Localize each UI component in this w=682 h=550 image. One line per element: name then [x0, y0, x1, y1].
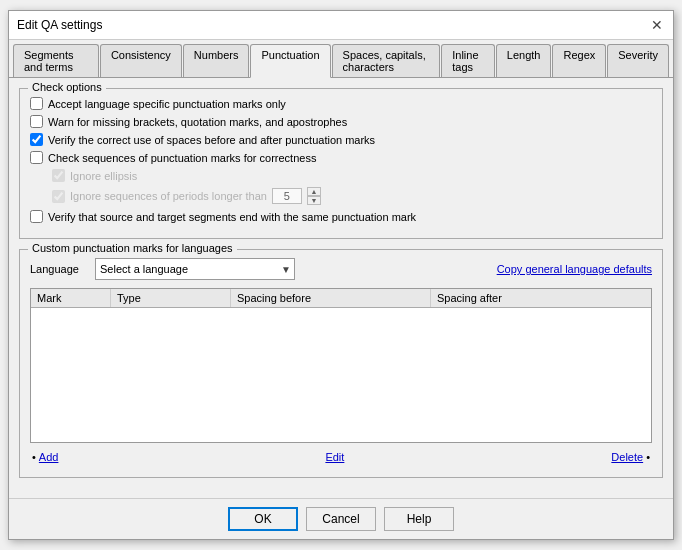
option-check-sequences-row: Check sequences of punctuation marks for… [30, 151, 652, 164]
title-bar: Edit QA settings ✕ [9, 11, 673, 40]
sub-option-ignore-ellipsis-checkbox[interactable] [52, 169, 65, 182]
check-options-label: Check options [28, 81, 106, 93]
delete-link[interactable]: Delete [611, 451, 643, 463]
option-verify-spaces-checkbox[interactable] [30, 133, 43, 146]
punctuation-table: Mark Type Spacing before Spacing after [30, 288, 652, 443]
option-warn-brackets-label: Warn for missing brackets, quotation mar… [48, 116, 347, 128]
language-select-wrapper: Select a language ▼ [95, 258, 295, 280]
tabs-container: Segments and terms Consistency Numbers P… [9, 40, 673, 78]
language-selection-row: Language Select a language ▼ Copy genera… [30, 258, 652, 280]
spin-row: Ignore sequences of periods longer than … [70, 187, 321, 205]
tab-length[interactable]: Length [496, 44, 552, 77]
sub-option-ignore-sequences-checkbox[interactable] [52, 190, 65, 203]
tab-punctuation[interactable]: Punctuation [250, 44, 330, 78]
add-dot: • [32, 451, 36, 463]
option-accept-language-row: Accept language specific punctuation mar… [30, 97, 652, 110]
close-button[interactable]: ✕ [649, 17, 665, 33]
col-spacing-after: Spacing after [431, 289, 581, 307]
sub-option-ignore-ellipsis-label: Ignore ellipsis [70, 170, 137, 182]
option-verify-same-mark-label: Verify that source and target segments e… [48, 211, 416, 223]
option-warn-brackets-checkbox[interactable] [30, 115, 43, 128]
tab-regex[interactable]: Regex [552, 44, 606, 77]
spin-buttons: ▲ ▼ [307, 187, 321, 205]
col-type: Type [111, 289, 231, 307]
tab-severity[interactable]: Severity [607, 44, 669, 77]
col-spacing-before: Spacing before [231, 289, 431, 307]
tab-consistency[interactable]: Consistency [100, 44, 182, 77]
spin-up-button[interactable]: ▲ [307, 187, 321, 196]
sub-option-ignore-sequences-label: Ignore sequences of periods longer than [70, 190, 267, 202]
dialog: Edit QA settings ✕ Segments and terms Co… [8, 10, 674, 540]
cancel-button[interactable]: Cancel [306, 507, 376, 531]
tab-inline-tags[interactable]: Inline tags [441, 44, 495, 77]
help-button[interactable]: Help [384, 507, 454, 531]
content-area: Check options Accept language specific p… [9, 78, 673, 498]
option-verify-same-mark-checkbox[interactable] [30, 210, 43, 223]
table-actions-bar: • Add Edit Delete • [30, 447, 652, 467]
spin-down-button[interactable]: ▼ [307, 196, 321, 205]
delete-dot: • [646, 451, 650, 463]
copy-defaults-link[interactable]: Copy general language defaults [497, 263, 652, 275]
option-check-sequences-label: Check sequences of punctuation marks for… [48, 152, 316, 164]
option-accept-language-label: Accept language specific punctuation mar… [48, 98, 286, 110]
delete-section: Delete • [611, 451, 650, 463]
tab-spaces-capitals[interactable]: Spaces, capitals, characters [332, 44, 441, 77]
edit-link[interactable]: Edit [325, 451, 344, 463]
option-verify-spaces-row: Verify the correct use of spaces before … [30, 133, 652, 146]
tab-segments-and-terms[interactable]: Segments and terms [13, 44, 99, 77]
option-verify-spaces-label: Verify the correct use of spaces before … [48, 134, 375, 146]
spin-input[interactable] [272, 188, 302, 204]
option-warn-brackets-row: Warn for missing brackets, quotation mar… [30, 115, 652, 128]
option-verify-same-mark-row: Verify that source and target segments e… [30, 210, 652, 223]
option-check-sequences-checkbox[interactable] [30, 151, 43, 164]
option-accept-language-checkbox[interactable] [30, 97, 43, 110]
table-body [31, 308, 651, 438]
dialog-buttons: OK Cancel Help [9, 498, 673, 539]
language-label: Language [30, 263, 85, 275]
tab-numbers[interactable]: Numbers [183, 44, 250, 77]
custom-punctuation-label: Custom punctuation marks for languages [28, 242, 237, 254]
col-mark: Mark [31, 289, 111, 307]
check-options-group: Check options Accept language specific p… [19, 88, 663, 239]
language-select[interactable]: Select a language [95, 258, 295, 280]
ok-button[interactable]: OK [228, 507, 298, 531]
sub-option-ignore-sequences-row: Ignore sequences of periods longer than … [52, 187, 652, 205]
dialog-title: Edit QA settings [17, 18, 102, 32]
add-section: • Add [32, 451, 58, 463]
sub-option-ignore-ellipsis-row: Ignore ellipsis [52, 169, 652, 182]
table-header: Mark Type Spacing before Spacing after [31, 289, 651, 308]
add-link[interactable]: Add [39, 451, 59, 463]
custom-punctuation-group: Custom punctuation marks for languages L… [19, 249, 663, 478]
